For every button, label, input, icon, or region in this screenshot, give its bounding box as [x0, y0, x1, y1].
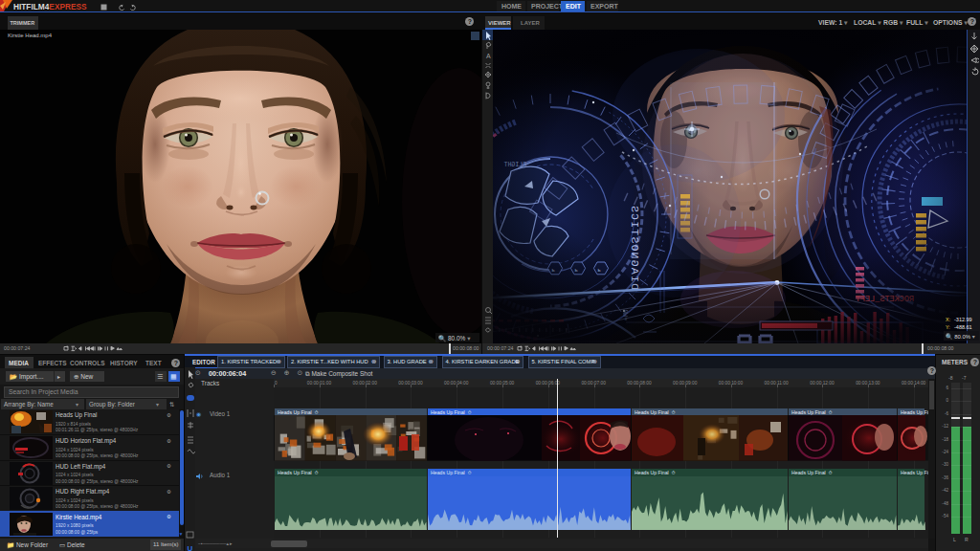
svg-text:U: U: [188, 544, 193, 551]
svg-text:A: A: [486, 53, 491, 59]
